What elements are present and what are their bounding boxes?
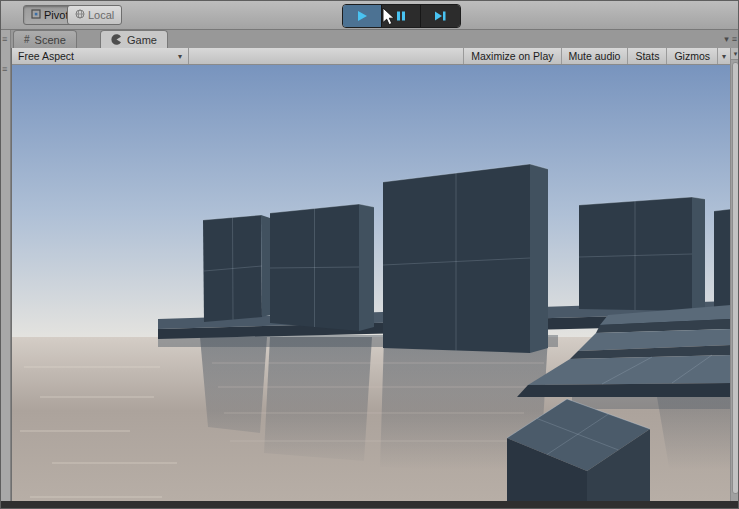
mute-audio-button[interactable]: Mute audio	[561, 48, 628, 64]
aspect-ratio-dropdown[interactable]: Free Aspect ▾	[12, 48, 189, 64]
step-button[interactable]	[421, 5, 460, 27]
aspect-ratio-label: Free Aspect	[18, 50, 74, 62]
local-toggle-button[interactable]: Local	[67, 5, 122, 25]
caret-down-icon: ▾	[724, 34, 729, 44]
cube-side-face	[530, 164, 548, 353]
play-button[interactable]	[343, 5, 382, 27]
cube-front-face	[714, 209, 731, 307]
stats-label: Stats	[635, 50, 659, 62]
scrollbar-caret-icon[interactable]: ▾	[731, 48, 739, 60]
local-label: Local	[88, 9, 114, 21]
scene-grid-icon: #	[24, 34, 30, 45]
scrollbar-thumb[interactable]	[732, 62, 739, 494]
tab-scene-label: Scene	[35, 34, 66, 46]
panel-menu[interactable]: ▾ ≡	[724, 34, 737, 44]
game-icon	[111, 34, 122, 45]
tab-game[interactable]: Game	[100, 30, 168, 48]
left-edge-strip: ≡ ≡	[1, 30, 11, 501]
gizmos-dropdown[interactable]: Gizmos	[666, 48, 717, 64]
cube	[579, 197, 705, 311]
game-panel: Free Aspect ▾ Maximize on Play Mute audi…	[11, 48, 730, 501]
pause-icon	[395, 10, 407, 22]
stats-button[interactable]: Stats	[627, 48, 666, 64]
tab-bar: # Scene Game ▾ ≡	[1, 30, 739, 48]
toolbar-spacer	[189, 48, 463, 64]
caret-down-icon: ▾	[178, 52, 182, 61]
globe-icon	[75, 9, 85, 21]
drag-grip-icon[interactable]: ≡	[2, 65, 7, 74]
game-viewport[interactable]	[12, 65, 731, 501]
unity-editor-window: Pivot Local # Scene	[0, 0, 739, 509]
cube	[270, 204, 374, 331]
pivot-icon	[31, 9, 41, 21]
tab-game-label: Game	[127, 34, 157, 46]
maximize-on-play-label: Maximize on Play	[471, 50, 553, 62]
pivot-label: Pivot	[44, 9, 68, 21]
panel-menu-icon: ≡	[732, 34, 737, 44]
drag-grip-icon[interactable]: ≡	[2, 35, 7, 44]
cube-side-face	[261, 215, 270, 317]
maximize-on-play-button[interactable]: Maximize on Play	[463, 48, 560, 64]
game-view-toolbar: Free Aspect ▾ Maximize on Play Mute audi…	[12, 48, 730, 65]
game-scene	[12, 65, 731, 501]
cube-side-face	[359, 204, 374, 331]
vertical-scrollbar[interactable]: ▾	[730, 48, 739, 501]
tab-scene[interactable]: # Scene	[13, 30, 77, 48]
bottom-status-strip	[1, 501, 739, 509]
cube	[203, 215, 270, 322]
step-front-face	[517, 383, 731, 397]
gizmos-label: Gizmos	[674, 50, 710, 62]
mouse-cursor	[382, 8, 395, 27]
cube	[714, 209, 731, 307]
transport-controls	[342, 4, 461, 28]
step-icon	[434, 10, 447, 22]
gizmos-caret[interactable]: ▾	[717, 48, 730, 64]
cube	[383, 164, 548, 353]
caret-down-icon: ▾	[722, 52, 726, 61]
main-toolbar: Pivot Local	[1, 1, 739, 30]
play-icon	[356, 10, 368, 22]
mute-audio-label: Mute audio	[569, 50, 621, 62]
cube-side-face	[692, 197, 705, 311]
